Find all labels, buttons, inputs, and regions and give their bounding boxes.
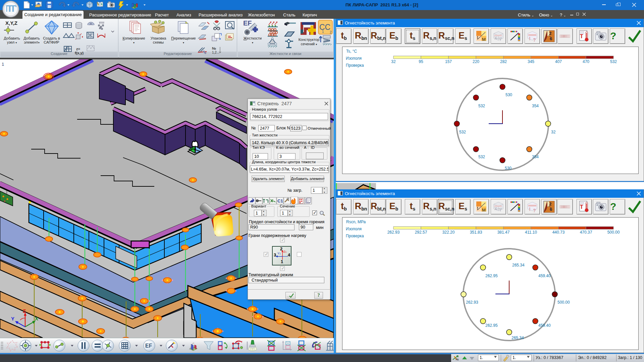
svg-text:470.37: 470.37 xyxy=(580,230,592,235)
svg-text:1: 1 xyxy=(322,30,324,34)
svg-text:407: 407 xyxy=(555,59,562,64)
svg-text:!: ! xyxy=(529,206,531,212)
svg-text:530: 530 xyxy=(505,93,512,97)
svg-text:2: 2 xyxy=(549,201,551,206)
svg-text:351.83: 351.83 xyxy=(470,230,482,235)
svg-text:282: 282 xyxy=(500,59,507,64)
svg-text:№: № xyxy=(212,46,216,50)
svg-text:z=: z= xyxy=(76,47,80,51)
svg-text:157: 157 xyxy=(445,59,452,64)
svg-text:381.47: 381.47 xyxy=(497,230,510,235)
svg-text:265.34: 265.34 xyxy=(512,263,525,267)
svg-text:C1: C1 xyxy=(277,198,283,203)
svg-text:532: 532 xyxy=(478,104,485,108)
svg-text:Z: Z xyxy=(23,308,26,314)
svg-text:T: T xyxy=(580,34,583,39)
svg-text:№: № xyxy=(455,358,459,361)
svg-text:...: ... xyxy=(287,294,289,298)
svg-text:532: 532 xyxy=(610,59,617,64)
svg-text:322.20: 322.20 xyxy=(442,230,455,235)
svg-text:f(x,y): f(x,y) xyxy=(75,51,84,55)
svg-text:Z1: Z1 xyxy=(283,250,287,253)
svg-text:M: M xyxy=(482,207,486,213)
svg-text:459.40: 459.40 xyxy=(538,274,551,278)
svg-text:532: 532 xyxy=(478,155,485,159)
svg-text:500.00: 500.00 xyxy=(607,230,620,235)
svg-text:!: ! xyxy=(529,36,531,41)
svg-text:262.93: 262.93 xyxy=(387,230,400,235)
svg-text:EF: EF xyxy=(145,343,152,349)
svg-text:354: 354 xyxy=(532,104,539,108)
svg-text:?: ? xyxy=(533,37,536,43)
svg-text:32: 32 xyxy=(551,130,556,134)
svg-text:532: 532 xyxy=(459,130,466,134)
svg-text:354: 354 xyxy=(532,155,539,159)
svg-text:Y: Y xyxy=(11,316,14,321)
svg-text:262.95: 262.95 xyxy=(485,323,498,328)
svg-text:EF: EF xyxy=(243,19,252,27)
svg-text:411.10: 411.10 xyxy=(525,230,537,235)
svg-text:345: 345 xyxy=(528,59,534,64)
svg-text:t: t xyxy=(477,205,478,210)
svg-text:440.73: 440.73 xyxy=(552,230,565,235)
svg-text:459.40: 459.40 xyxy=(538,323,551,328)
svg-text:CC: CC xyxy=(319,23,330,32)
svg-text:530: 530 xyxy=(505,166,512,171)
svg-text:292.57: 292.57 xyxy=(415,230,427,235)
svg-text:t: t xyxy=(477,35,478,40)
svg-text:X: X xyxy=(494,206,497,211)
svg-text:265.34: 265.34 xyxy=(512,336,524,340)
svg-text:32: 32 xyxy=(391,59,396,64)
svg-text:X,Y,Z: X,Y,Z xyxy=(5,20,17,26)
svg-text:1: 1 xyxy=(2,62,4,67)
svg-text:470: 470 xyxy=(583,59,589,64)
svg-text:M: M xyxy=(482,37,486,42)
svg-text:1,2...: 1,2... xyxy=(212,51,219,54)
svg-text:2: 2 xyxy=(549,31,551,36)
svg-text:Y1: Y1 xyxy=(277,252,281,255)
svg-text:2: 2 xyxy=(330,31,332,34)
svg-text:95: 95 xyxy=(419,59,423,64)
svg-text:X: X xyxy=(35,316,38,321)
svg-text:X: X xyxy=(494,36,497,41)
svg-text:262.95: 262.95 xyxy=(485,274,498,278)
svg-text:262.93: 262.93 xyxy=(466,300,478,305)
svg-text:T: T xyxy=(580,204,583,210)
svg-text:220: 220 xyxy=(473,59,479,64)
svg-text:?: ? xyxy=(533,208,536,213)
svg-text:500.00: 500.00 xyxy=(557,300,570,305)
